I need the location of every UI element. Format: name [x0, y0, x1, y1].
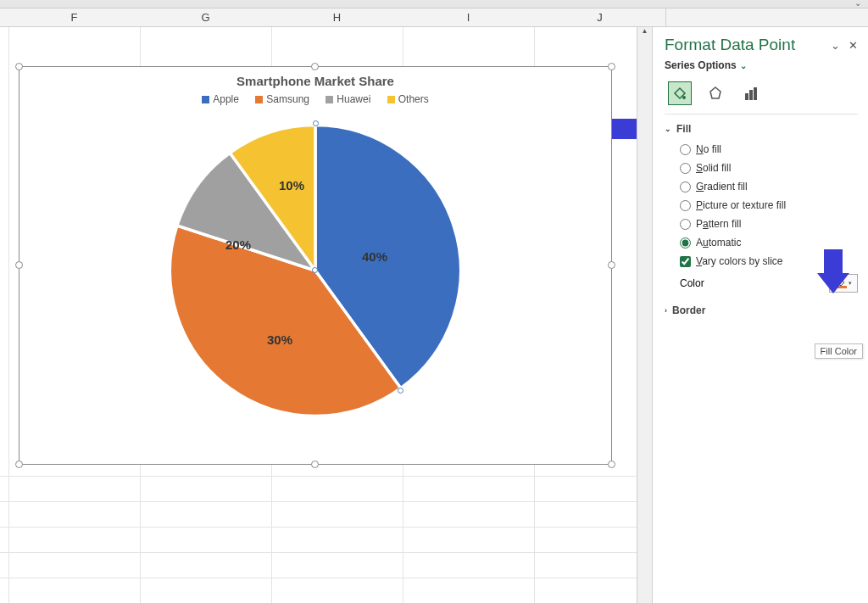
series-options-tab-icon[interactable]	[739, 81, 763, 105]
data-label-others[interactable]: 10%	[279, 177, 304, 192]
data-label-huawei[interactable]: 20%	[225, 237, 251, 251]
no-fill-radio[interactable]: No fill	[680, 143, 858, 155]
col-header-g[interactable]: G	[140, 8, 271, 26]
border-section-toggle[interactable]: ›Border	[665, 304, 858, 316]
svg-rect-5	[754, 87, 757, 100]
callout-arrow-1	[612, 112, 637, 146]
pane-close-icon[interactable]: ✕	[849, 39, 858, 52]
chart-title[interactable]: Smartphone Market Share	[19, 74, 611, 88]
automatic-fill-radio[interactable]: Automatic	[680, 237, 858, 248]
resize-handle[interactable]	[15, 63, 23, 70]
picture-fill-radio[interactable]: Picture or texture fill	[680, 199, 858, 211]
svg-marker-6	[817, 249, 849, 293]
data-label-samsung[interactable]: 30%	[267, 332, 292, 346]
callout-arrow-2	[817, 249, 849, 295]
pane-collapse-icon[interactable]: ⌄	[831, 39, 840, 52]
pie-chart[interactable]: 40% 30% 20% 10%	[167, 122, 464, 419]
resize-handle[interactable]	[311, 461, 319, 468]
selection-handle	[398, 388, 403, 394]
gradient-fill-radio[interactable]: Gradient fill	[680, 181, 858, 193]
format-data-point-pane: Format Data Point ⌄ ✕ Series Options⌄ ⌄F…	[652, 27, 868, 603]
resize-handle[interactable]	[608, 461, 615, 468]
selection-handle	[313, 120, 319, 126]
formula-bar-expand-icon[interactable]: ⌄	[854, 0, 861, 8]
col-header-f[interactable]: F	[8, 8, 140, 26]
worksheet-grid[interactable]: Smartphone Market Share Apple Samsung Hu…	[0, 27, 637, 603]
resize-handle[interactable]	[608, 261, 615, 269]
chart-object[interactable]: Smartphone Market Share Apple Samsung Hu…	[19, 66, 612, 465]
effects-tab-icon[interactable]	[704, 81, 727, 105]
fill-section-toggle[interactable]: ⌄Fill	[665, 123, 858, 135]
resize-handle[interactable]	[311, 63, 319, 70]
col-header-j[interactable]: J	[534, 8, 665, 26]
col-header-i[interactable]: I	[403, 8, 534, 26]
fill-color-tooltip: Fill Color	[815, 343, 863, 359]
solid-fill-radio[interactable]: Solid fill	[680, 162, 858, 174]
pane-title: Format Data Point	[665, 36, 795, 54]
resize-handle[interactable]	[15, 461, 23, 468]
scroll-up-icon[interactable]: ▲	[637, 27, 652, 39]
pattern-fill-radio[interactable]: Pattern fill	[680, 218, 858, 230]
svg-marker-0	[612, 112, 637, 146]
selection-handle	[312, 267, 318, 273]
no-fill-label: o fill	[704, 143, 721, 155]
chart-legend[interactable]: Apple Samsung Huawei Others	[19, 93, 611, 105]
data-label-apple[interactable]: 40%	[362, 248, 387, 263]
svg-marker-2	[710, 87, 721, 98]
column-headers: F G H I J	[0, 8, 868, 27]
formula-bar-strip: ⌄	[0, 0, 868, 8]
series-options-dropdown[interactable]: Series Options⌄	[665, 59, 858, 71]
svg-point-1	[682, 96, 686, 99]
vertical-scrollbar[interactable]: ▲	[637, 27, 652, 603]
resize-handle[interactable]	[608, 63, 615, 70]
col-header-h[interactable]: H	[271, 8, 403, 26]
fill-line-tab-icon[interactable]	[668, 81, 692, 105]
svg-rect-4	[749, 90, 753, 100]
color-label: Color	[680, 277, 704, 289]
resize-handle[interactable]	[15, 261, 23, 269]
svg-rect-3	[745, 93, 748, 100]
